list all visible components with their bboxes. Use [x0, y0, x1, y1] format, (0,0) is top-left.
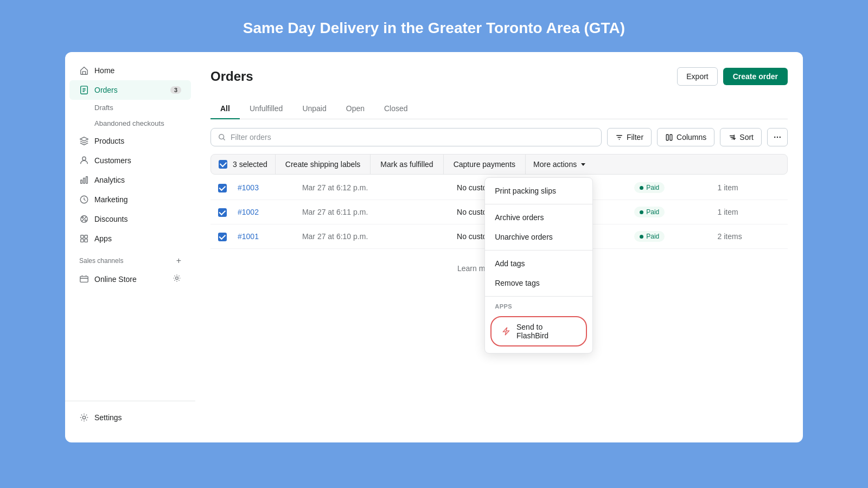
row-checkbox-1001[interactable]: [218, 233, 227, 241]
selected-count-label: 3 selected: [233, 160, 267, 169]
dropdown-print-packing[interactable]: Print packing slips: [485, 181, 592, 201]
online-store-label: Online Store: [94, 275, 137, 284]
flashbird-label: Send to FlashBird: [516, 323, 576, 340]
home-icon: [79, 66, 89, 75]
sidebar-item-discounts[interactable]: Discounts: [69, 209, 191, 229]
products-icon: [79, 136, 89, 146]
sales-channels-section: Sales channels +: [65, 248, 195, 269]
search-icon: [218, 133, 226, 142]
columns-button[interactable]: Columns: [657, 128, 714, 146]
apps-icon: [79, 234, 89, 243]
customers-icon: [79, 156, 89, 165]
capture-payments-button[interactable]: Capture payments: [444, 155, 526, 174]
sort-icon: [728, 133, 736, 142]
action-bar: 3 selected Create shipping labels Mark a…: [210, 154, 788, 175]
svg-rect-16: [666, 134, 668, 140]
search-box: [210, 128, 602, 146]
export-button[interactable]: Export: [677, 67, 717, 86]
tab-open[interactable]: Open: [336, 99, 374, 119]
analytics-label: Analytics: [94, 176, 125, 184]
dropdown-divider-2: [485, 250, 592, 251]
sidebar: Home Orders 3 Drafts Abandoned checkouts: [65, 52, 195, 442]
mark-fulfilled-button[interactable]: Mark as fulfilled: [371, 155, 443, 174]
marketing-icon: [79, 195, 89, 204]
tab-all[interactable]: All: [210, 99, 240, 119]
orders-tabs: All Unfulfilled Unpaid Open Closed: [210, 99, 788, 119]
svg-rect-10: [81, 239, 84, 242]
svg-point-20: [780, 137, 781, 138]
svg-point-1: [82, 157, 86, 160]
svg-rect-4: [86, 177, 88, 184]
order-id-1002[interactable]: #1002: [238, 208, 259, 216]
tab-unpaid[interactable]: Unpaid: [292, 99, 336, 119]
sidebar-orders-label: Orders: [94, 86, 118, 94]
svg-point-6: [82, 217, 84, 219]
orders-icon: [79, 85, 89, 95]
sidebar-item-drafts[interactable]: Drafts: [69, 100, 191, 115]
order-id-1003[interactable]: #1003: [238, 183, 259, 192]
select-all-checkbox[interactable]: [219, 160, 227, 169]
order-id-1001[interactable]: #1001: [238, 232, 259, 241]
search-filter-row: Filter Columns Sort: [210, 128, 788, 146]
columns-label: Columns: [676, 133, 706, 142]
row-checkbox-1003[interactable]: [218, 184, 227, 192]
sidebar-item-analytics[interactable]: Analytics: [69, 170, 191, 190]
filter-button[interactable]: Filter: [607, 128, 652, 146]
content-header: Orders Export Create order: [210, 67, 788, 86]
more-actions-button[interactable]: More actions: [526, 155, 593, 174]
dropdown-archive[interactable]: Archive orders: [485, 208, 592, 227]
svg-rect-8: [81, 235, 84, 238]
drafts-label: Drafts: [94, 104, 113, 112]
more-actions-dropdown: Print packing slips Archive orders Unarc…: [484, 177, 593, 354]
discounts-icon: [79, 214, 89, 224]
svg-point-14: [82, 416, 85, 419]
dropdown-divider-3: [485, 296, 592, 297]
online-store-settings-icon[interactable]: [173, 274, 181, 284]
page-title: Orders: [210, 69, 253, 84]
row-checkbox-1002[interactable]: [218, 208, 227, 217]
status-badge-1002: Paid: [634, 207, 665, 217]
svg-point-13: [176, 277, 178, 280]
search-input[interactable]: [231, 133, 595, 142]
dropdown-remove-tags[interactable]: Remove tags: [485, 273, 592, 293]
settings-label: Settings: [94, 413, 122, 422]
svg-rect-3: [84, 178, 85, 183]
more-actions-container: More actions Print packing slips Archive…: [526, 155, 593, 174]
sidebar-item-orders[interactable]: Orders 3: [69, 80, 191, 100]
ellipsis-icon: [773, 133, 782, 142]
online-store-icon: [79, 274, 89, 284]
create-order-button[interactable]: Create order: [723, 68, 788, 85]
svg-rect-12: [80, 276, 88, 282]
dropdown-add-tags[interactable]: Add tags: [485, 254, 592, 273]
dropdown-unarchive[interactable]: Unarchive orders: [485, 227, 592, 247]
sidebar-item-marketing[interactable]: Marketing: [69, 190, 191, 209]
sidebar-item-apps[interactable]: Apps: [69, 229, 191, 248]
add-sales-channel-button[interactable]: +: [176, 256, 181, 266]
status-badge-1003: Paid: [634, 182, 665, 193]
svg-point-19: [777, 137, 778, 138]
sidebar-item-settings[interactable]: Settings: [69, 408, 191, 427]
sort-label: Sort: [739, 133, 754, 142]
create-shipping-button[interactable]: Create shipping labels: [276, 155, 371, 174]
orders-badge: 3: [170, 86, 181, 94]
svg-point-7: [85, 220, 86, 221]
tab-closed[interactable]: Closed: [374, 99, 418, 119]
sidebar-item-online-store[interactable]: Online Store: [69, 269, 191, 289]
sidebar-home-label: Home: [94, 66, 114, 75]
analytics-icon: [79, 175, 89, 185]
sort-button[interactable]: Sort: [720, 128, 762, 146]
dropdown-send-flashbird[interactable]: Send to FlashBird: [490, 316, 587, 346]
marketing-label: Marketing: [94, 195, 127, 204]
dropdown-divider-1: [485, 204, 592, 204]
sidebar-item-customers[interactable]: Customers: [69, 151, 191, 170]
customers-label: Customers: [94, 156, 131, 165]
sidebar-item-home[interactable]: Home: [69, 61, 191, 80]
svg-rect-11: [85, 239, 87, 242]
sidebar-item-products[interactable]: Products: [69, 131, 191, 151]
sidebar-item-abandoned[interactable]: Abandoned checkouts: [69, 115, 191, 131]
more-options-button[interactable]: [767, 128, 788, 146]
columns-icon: [665, 133, 673, 142]
main-content: Orders Export Create order All Unfulfill…: [195, 52, 803, 442]
tab-unfulfilled[interactable]: Unfulfilled: [240, 99, 292, 119]
select-all-area: 3 selected: [211, 155, 276, 174]
